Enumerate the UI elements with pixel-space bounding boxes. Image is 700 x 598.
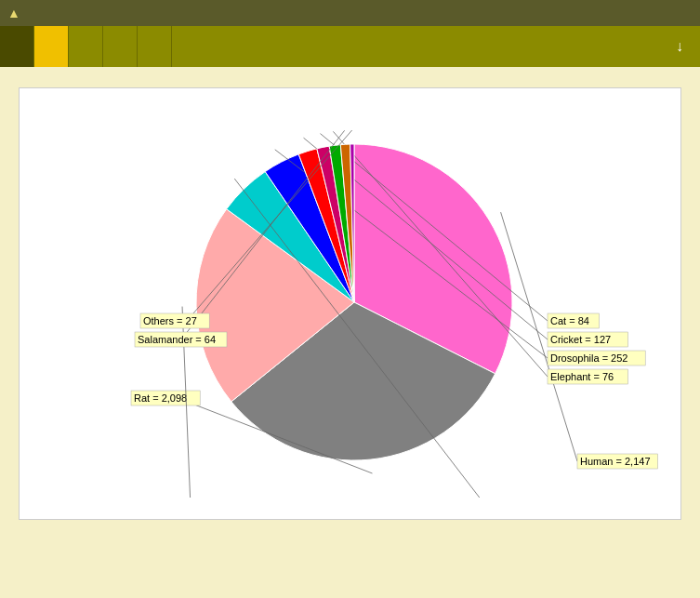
label-text: Others = 27 [143, 315, 197, 326]
label-text: Drosophila = 252 [550, 352, 627, 364]
nav-help[interactable] [138, 26, 172, 67]
label-text: Rat = 2,098 [134, 392, 187, 404]
logo: ▲ [7, 6, 20, 20]
nav-literature[interactable] [103, 26, 138, 67]
nav-search[interactable] [69, 26, 103, 67]
main-nav: ↓ [0, 26, 700, 67]
label-text: Elephant = 76 [550, 371, 614, 382]
breadcrumb [0, 67, 700, 78]
pie-chart: Human = 2,147Rat = 2,098Mouse = 1,379Mon… [38, 107, 670, 498]
top-bar: ▲ [0, 0, 700, 26]
label-text: Salamander = 64 [138, 334, 216, 345]
nav-home[interactable] [0, 26, 34, 67]
chart-container: Human = 2,147Rat = 2,098Mouse = 1,379Mon… [19, 87, 681, 520]
label-text: Cat = 84 [550, 315, 589, 326]
download-icon: ↓ [676, 38, 683, 55]
nav-browse[interactable] [34, 26, 69, 67]
label-text: Cricket = 127 [550, 334, 611, 345]
label-text: Human = 2,147 [580, 456, 651, 467]
download-button[interactable]: ↓ [663, 26, 700, 67]
